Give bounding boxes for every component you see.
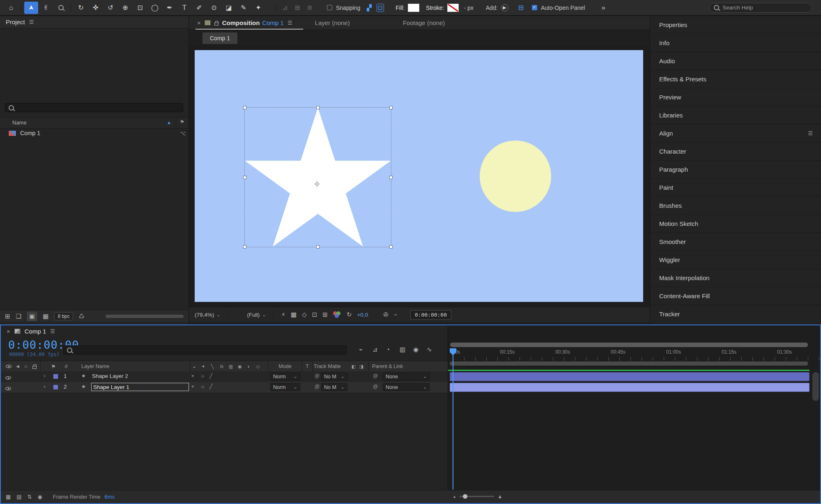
project-panel-header[interactable]: Project ☰ xyxy=(0,16,189,28)
magnification-dropdown[interactable]: (79,4%)⌄ xyxy=(195,312,221,318)
exposure-value[interactable]: +0,0 xyxy=(357,312,368,318)
time-navigator-bar[interactable] xyxy=(450,343,808,347)
draft-switch-icon[interactable]: ╱ xyxy=(209,373,212,379)
layer-duration-bar-1[interactable] xyxy=(450,372,810,381)
expand-layers-icon[interactable]: ▦ xyxy=(6,494,11,500)
reset-exposure-icon[interactable]: ↻ xyxy=(347,311,352,318)
panel-item-info[interactable]: Info xyxy=(650,34,821,52)
vertical-scrollbar[interactable] xyxy=(812,372,819,401)
tab-footage[interactable]: Footage (none) xyxy=(403,19,445,26)
fill-swatch[interactable] xyxy=(408,4,419,12)
pen-tool[interactable]: ✒ xyxy=(163,2,177,14)
sort-ascending-icon[interactable]: ▲ xyxy=(167,120,171,125)
transform-handle[interactable] xyxy=(243,106,246,109)
zoom-tool[interactable] xyxy=(54,2,68,14)
anchor-switch-icon[interactable]: ⌖ xyxy=(191,384,194,389)
panel-item-wiggler[interactable]: Wiggler xyxy=(650,251,821,269)
pan-behind-tool[interactable]: ⊕ xyxy=(118,2,132,14)
quality-switch-icon[interactable]: ☼ xyxy=(200,373,205,379)
track-matte-dropdown[interactable]: No M⌄ xyxy=(321,383,347,391)
transform-handle[interactable] xyxy=(389,106,393,109)
home-button[interactable]: ⌂ xyxy=(4,2,18,14)
layer-color-swatch[interactable] xyxy=(53,384,58,390)
panel-item-content-aware-fill[interactable]: Content-Aware Fill xyxy=(650,287,821,305)
parent-link-column-header[interactable]: Parent & Link xyxy=(372,361,413,372)
panel-item-properties[interactable]: Properties xyxy=(650,16,821,34)
time-ruler[interactable]: :00s 00:15s 00:30s 00:45s 01:00s 01:15s … xyxy=(448,348,820,361)
rotation-tool[interactable]: ↺ xyxy=(103,2,117,14)
adjustment-icon[interactable]: ▦ xyxy=(43,313,48,320)
work-area-bar[interactable] xyxy=(450,361,808,366)
expand-chevron-icon[interactable]: › xyxy=(44,383,46,389)
zoom-in-mountain-icon[interactable]: ▲ xyxy=(497,493,503,499)
layer-name-edit-field[interactable] xyxy=(91,383,189,391)
new-folder-icon[interactable]: ❏ xyxy=(16,313,21,320)
hide-shy-layers-icon[interactable]: ◔ xyxy=(386,346,390,353)
panel-item-audio[interactable]: Audio xyxy=(650,52,821,70)
new-composition-icon[interactable]: ▣ xyxy=(27,312,37,321)
transform-handle[interactable] xyxy=(243,245,246,249)
render-time-icon[interactable]: ◉ xyxy=(38,494,42,500)
zoom-slider-track[interactable] xyxy=(460,496,494,497)
layer-row-2[interactable]: › 2 ★ ⌖ ☼ ╱ Norm⌄ @ No M⌄ @ None⌄ xyxy=(1,382,448,393)
roto-brush-tool[interactable]: ✎ xyxy=(237,2,251,14)
panel-item-paragraph[interactable]: Paragraph xyxy=(650,161,821,179)
mode-column-header[interactable]: Mode xyxy=(270,361,300,372)
orbit-around-cursor-tool[interactable]: ⊿ xyxy=(279,2,291,14)
interpret-footage-icon[interactable]: ⊞ xyxy=(5,313,10,320)
transform-handle[interactable] xyxy=(389,176,393,179)
panel-item-align[interactable]: Align☰ xyxy=(650,124,821,143)
fast-previews-icon[interactable]: ⚡ xyxy=(281,311,285,318)
video-eye-icon[interactable] xyxy=(5,375,11,381)
panel-item-preview[interactable]: Preview xyxy=(650,88,821,106)
panel-item-mask-interpolation[interactable]: Mask Interpolation xyxy=(650,269,821,287)
flowchart-icon[interactable]: ⌥ xyxy=(180,130,186,136)
puppet-pin-tool[interactable]: ✦ xyxy=(251,2,265,14)
auto-open-checkbox[interactable] xyxy=(532,5,537,10)
panel-menu-icon[interactable]: ☰ xyxy=(50,328,55,334)
panel-item-libraries[interactable]: Libraries xyxy=(650,106,821,124)
stroke-width-value[interactable]: - px xyxy=(464,5,473,11)
layer-color-swatch[interactable] xyxy=(53,374,58,379)
anchor-switch-icon[interactable]: ⌖ xyxy=(191,373,194,379)
toolbar-overflow-icon[interactable]: » xyxy=(601,4,605,12)
snap-to-edges-icon[interactable]: ▞ xyxy=(367,4,372,12)
lock-icon[interactable] xyxy=(214,23,218,25)
selection-tool[interactable]: ➤ xyxy=(24,2,38,14)
project-item-comp1[interactable]: Comp 1 ⌥ xyxy=(0,128,189,138)
blend-mode-dropdown[interactable]: Norm⌄ xyxy=(270,373,300,380)
tab-composition-target[interactable]: Comp 1 xyxy=(262,19,284,26)
channel-icon[interactable] xyxy=(333,311,341,318)
t-column-header[interactable]: T xyxy=(303,361,311,372)
snapping-checkbox[interactable] xyxy=(327,5,332,10)
transform-handle[interactable] xyxy=(316,245,320,249)
motion-blur-icon[interactable]: ◉ xyxy=(413,346,419,353)
parent-pickwhip-icon[interactable]: @ xyxy=(373,373,378,379)
transform-handle[interactable] xyxy=(316,106,320,109)
transparency-grid-icon[interactable]: ▩ xyxy=(291,311,297,318)
transfer-controls-icon[interactable]: ▤ xyxy=(16,494,21,500)
panel-menu-icon[interactable]: ☰ xyxy=(287,20,292,26)
bit-depth-button[interactable]: 8 bpc xyxy=(54,312,73,320)
viewer-tab-comp1[interactable]: Comp 1 xyxy=(202,32,237,44)
brush-tool[interactable]: ✐ xyxy=(192,2,206,14)
track-matte-dropdown[interactable]: No M⌄ xyxy=(321,373,347,380)
video-eye-icon[interactable] xyxy=(5,385,11,391)
label-column-icon[interactable]: ⚑ xyxy=(180,119,184,125)
grid-options-icon[interactable]: ⊞ xyxy=(322,311,328,318)
panel-item-brushes[interactable]: Brushes xyxy=(650,197,821,215)
delete-icon[interactable]: ♺ xyxy=(79,313,84,320)
panel-menu-icon[interactable]: ☰ xyxy=(29,19,34,25)
type-tool[interactable]: T xyxy=(177,2,191,14)
ellipse-shape[interactable] xyxy=(480,140,551,212)
composition-mini-flowchart-icon[interactable]: ⌁ xyxy=(359,346,363,353)
timeline-tab-comp1[interactable]: Comp 1 xyxy=(25,328,46,335)
region-tool[interactable]: ⊡ xyxy=(133,2,147,14)
workspace-panel-icon[interactable]: ⊟ xyxy=(518,4,524,12)
panel-item-character[interactable]: Character xyxy=(650,143,821,161)
panel-item-tracker[interactable]: Tracker xyxy=(650,305,821,323)
parent-dropdown[interactable]: None⌄ xyxy=(383,373,430,380)
zoom-out-mountain-icon[interactable]: ▲ xyxy=(453,495,456,499)
timeline-zoom-control[interactable]: ▲ ▲ xyxy=(453,493,503,499)
layer-duration-bar-2[interactable] xyxy=(450,383,810,392)
